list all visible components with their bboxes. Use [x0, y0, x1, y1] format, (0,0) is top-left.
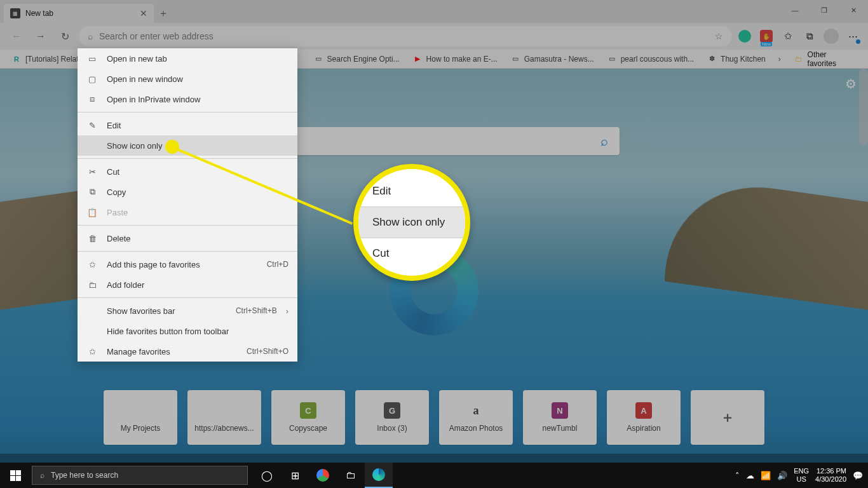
- background-mountain: [665, 173, 868, 314]
- site-icon: ✽: [707, 54, 717, 64]
- bookmark-item[interactable]: ▶How to make an E-...: [407, 50, 503, 68]
- bookmark-item[interactable]: ✽Thug Kitchen: [702, 50, 771, 68]
- cm-hide-favorites-button[interactable]: Hide favorites button from toolbar: [78, 321, 297, 341]
- tile-icon: G: [384, 402, 400, 419]
- quick-link-tile[interactable]: https://abcnews...: [187, 390, 261, 445]
- menu-separator: [78, 297, 297, 298]
- action-center-icon[interactable]: 💬: [853, 471, 863, 480]
- maximize-button[interactable]: ❐: [810, 0, 839, 20]
- cm-manage-favorites[interactable]: ✩Manage favoritesCtrl+Shift+O: [78, 341, 297, 362]
- callout-row-show-icon-only: Show icon only: [358, 207, 465, 238]
- new-tab-icon: ▭: [86, 54, 98, 64]
- page-icon: ▭: [607, 54, 617, 64]
- clipboard-icon: 📋: [86, 208, 98, 217]
- tab-favicon-icon: ▦: [10, 8, 20, 18]
- bookmark-item[interactable]: ▭Search Engine Opti...: [308, 50, 405, 68]
- favorites-button[interactable]: ✩: [779, 27, 797, 45]
- address-placeholder: Search or enter web address: [99, 31, 214, 41]
- folder-icon: 🗀: [794, 54, 804, 64]
- forward-button[interactable]: →: [31, 26, 51, 46]
- task-view-button[interactable]: ⊞: [281, 463, 309, 488]
- pencil-icon: ✎: [86, 121, 98, 130]
- bookmark-item[interactable]: ▭Gamasutra - News...: [505, 50, 599, 68]
- star-plus-icon: ✩: [86, 260, 98, 269]
- back-button[interactable]: ←: [6, 26, 27, 46]
- taskbar-search[interactable]: ⌕ Type here to search: [32, 466, 248, 485]
- quick-link-tile[interactable]: NnewTumbl: [523, 390, 597, 445]
- cm-cut[interactable]: ✂Cut: [78, 161, 297, 182]
- page-icon: ▭: [510, 54, 520, 64]
- windows-taskbar: ⌕ Type here to search ◯ ⊞ 🗀 ˄ ☁ 📶 🔊 ENG …: [0, 463, 868, 488]
- close-window-button[interactable]: ✕: [839, 0, 868, 20]
- quick-link-tile[interactable]: My Projects: [104, 390, 177, 445]
- windows-logo-icon: [10, 470, 21, 481]
- cm-paste: 📋Paste: [78, 202, 297, 222]
- cortana-button[interactable]: ◯: [253, 463, 281, 488]
- profile-avatar[interactable]: [822, 27, 840, 45]
- cm-show-favorites-bar[interactable]: Show favorites barCtrl+Shift+B›: [78, 301, 297, 321]
- volume-icon[interactable]: 🔊: [777, 471, 787, 480]
- youtube-icon: ▶: [412, 54, 423, 64]
- tab-close-icon[interactable]: ✕: [140, 8, 147, 18]
- extensions-row: ✋ ✩ ⧉ ⋯: [736, 27, 862, 45]
- cm-add-folder[interactable]: 🗀Add folder: [78, 274, 297, 295]
- cm-edit[interactable]: ✎Edit: [78, 115, 297, 135]
- scrollbar-thumb[interactable]: [859, 69, 868, 145]
- inprivate-icon: ⧈: [86, 94, 98, 104]
- bookmarks-overflow-button[interactable]: ›: [773, 55, 786, 64]
- callout-row-cut: Cut: [358, 238, 465, 269]
- page-settings-button[interactable]: ⚙: [845, 76, 857, 92]
- other-favorites-folder[interactable]: 🗀Other favorites: [789, 50, 862, 68]
- menu-separator: [78, 158, 297, 159]
- edge-taskbar-icon[interactable]: [365, 463, 393, 488]
- cm-open-new-tab[interactable]: ▭Open in new tab: [78, 48, 297, 69]
- tile-icon: [132, 402, 149, 419]
- star-gear-icon: ✩: [86, 347, 98, 356]
- tile-icon: A: [635, 402, 652, 419]
- explorer-taskbar-icon[interactable]: 🗀: [337, 463, 365, 488]
- start-button[interactable]: [0, 463, 31, 488]
- chrome-taskbar-icon[interactable]: [309, 463, 337, 488]
- bookmark-favicon-icon: R: [11, 54, 22, 64]
- cm-add-page[interactable]: ✩Add this page to favoritesCtrl+D: [78, 254, 297, 274]
- ntp-search-box[interactable]: ⌕: [248, 127, 620, 155]
- cm-open-new-window[interactable]: ▢Open in new window: [78, 69, 297, 89]
- tray-chevron-icon[interactable]: ˄: [735, 471, 740, 480]
- callout-magnifier: Edit Show icon only Cut: [353, 164, 470, 281]
- taskbar-pinned-apps: ◯ ⊞ 🗀: [253, 463, 393, 488]
- search-icon: ⌕: [600, 134, 608, 149]
- page-icon: ▭: [313, 54, 323, 64]
- adblock-icon[interactable]: ✋: [757, 27, 775, 45]
- favorite-star-icon[interactable]: ☆: [715, 31, 723, 41]
- quick-link-tile[interactable]: GInbox (3): [355, 390, 429, 445]
- chevron-right-icon: ›: [286, 306, 288, 316]
- browser-tab[interactable]: ▦ New tab ✕: [4, 4, 154, 23]
- quick-link-tile[interactable]: AAspiration: [607, 390, 681, 445]
- menu-separator: [78, 225, 297, 226]
- language-indicator[interactable]: ENG US: [794, 467, 809, 484]
- plus-icon: ＋: [719, 409, 736, 426]
- scrollbar[interactable]: [859, 69, 868, 488]
- taskbar-search-placeholder: Type here to search: [51, 471, 118, 480]
- wifi-icon[interactable]: 📶: [761, 471, 771, 480]
- quick-link-tile[interactable]: aAmazon Photos: [439, 390, 513, 445]
- menu-separator: [78, 251, 297, 252]
- collections-button[interactable]: ⧉: [801, 27, 818, 45]
- tile-icon: C: [300, 402, 316, 419]
- quick-link-tile[interactable]: CCopyscape: [271, 390, 345, 445]
- bookmark-item[interactable]: ▭pearl couscous with...: [602, 50, 699, 68]
- refresh-button[interactable]: ↻: [55, 26, 75, 46]
- add-tile-button[interactable]: ＋: [691, 390, 764, 445]
- minimize-button[interactable]: —: [780, 0, 810, 20]
- taskbar-clock[interactable]: 12:36 PM 4/30/2020: [815, 467, 846, 484]
- search-icon: ⌕: [40, 471, 44, 480]
- cm-delete[interactable]: 🗑Delete: [78, 228, 297, 248]
- tab-strip: ▦ New tab ✕ ＋: [0, 0, 868, 23]
- cm-open-inprivate[interactable]: ⧈Open in InPrivate window: [78, 89, 297, 109]
- grammarly-icon[interactable]: [736, 27, 754, 45]
- address-bar[interactable]: ⌕ Search or enter web address ☆: [79, 26, 732, 46]
- onedrive-icon[interactable]: ☁: [746, 471, 754, 480]
- new-tab-button[interactable]: ＋: [154, 4, 173, 23]
- settings-more-button[interactable]: ⋯: [844, 27, 862, 45]
- search-icon: ⌕: [88, 31, 93, 41]
